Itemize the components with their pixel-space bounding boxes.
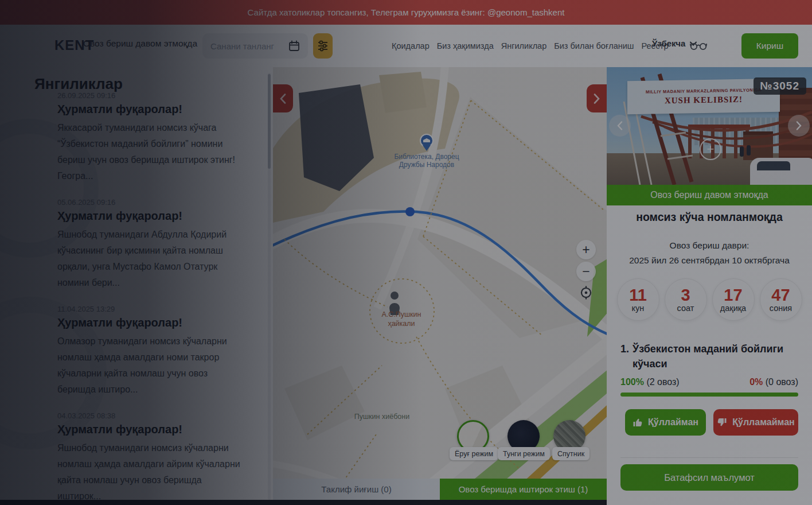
photo-prev-arrow[interactable] xyxy=(609,115,631,137)
map-marker-dot[interactable] xyxy=(405,207,415,216)
news-title: Ҳурматли фуқаролар! xyxy=(57,316,248,329)
details-button[interactable]: Батафсил маълумот xyxy=(620,464,798,491)
news-date: 26.09.2025 09:16 xyxy=(57,91,248,100)
countdown-seconds-unit: сония xyxy=(770,304,792,313)
news-list: 26.09.2025 09:16 Ҳурматли фуқаролар! Якк… xyxy=(57,91,248,500)
photo-next-arrow[interactable] xyxy=(788,115,810,137)
alert-banner-text: Сайтда хатоликлар топсангиз, Телеграм гу… xyxy=(248,7,565,17)
date-picker-input[interactable]: Санани танланг xyxy=(202,33,308,59)
zoom-out-button[interactable]: − xyxy=(576,262,596,281)
news-list-item[interactable]: 04.03.2025 08:38 Ҳурматли фуқаролар! Яшн… xyxy=(57,411,248,500)
countdown-hours: 3 соат xyxy=(665,278,707,321)
chevron-right-icon xyxy=(796,121,802,130)
thumb-up-icon xyxy=(633,417,643,428)
nav-contact[interactable]: Биз билан боғланиш xyxy=(554,41,634,50)
voting-period-label: Овоз бериш даври: xyxy=(607,240,812,251)
yes-result: 100% (2 овоз) xyxy=(620,377,680,387)
map-label-library: Библиотека, Дворец xyxy=(394,153,459,161)
countdown-minutes: 17 дақиқа xyxy=(712,278,755,321)
map-label-library: Дружбы Народов xyxy=(399,161,454,169)
chevron-right-icon xyxy=(594,94,600,104)
alert-banner: Сайтда хатоликлар топсангиз, Телеграм гу… xyxy=(0,0,812,25)
news-excerpt: Яшнобод туманидаги номсиз кўчаларни номл… xyxy=(57,440,248,500)
sliders-icon xyxy=(317,40,329,52)
countdown-seconds: 47 сония xyxy=(760,278,802,321)
main-nav: Қоидалар Биз ҳақимизда Янгиликлар Биз би… xyxy=(392,25,669,67)
countdown-minutes-unit: дақиқа xyxy=(720,304,746,313)
yes-percent: 100% xyxy=(620,377,644,387)
photo-car-windshield xyxy=(757,161,790,170)
question-title: Ўзбекистон маданий бойлиги кўчаси xyxy=(633,341,798,371)
photo-banner-line1: MILLIY MADANIY MARKAZLARNING PAVILYONIGA xyxy=(646,87,762,95)
question-number: 1. xyxy=(620,341,629,371)
status-filter-label: Овоз бериш давом этмоқда xyxy=(83,38,197,49)
next-object-arrow[interactable] xyxy=(587,84,607,112)
date-picker-placeholder: Санани танланг xyxy=(210,41,274,51)
news-list-item[interactable]: 11.04.2025 13:29 Ҳурматли фуқаролар! Олм… xyxy=(57,305,248,398)
login-button[interactable]: Кириш xyxy=(741,33,798,59)
countdown-days-unit: кун xyxy=(632,304,645,313)
map-label-statue: ҳайкали xyxy=(388,320,415,328)
bottom-tabs: Таклиф йиғиш (0) Овоз беришда иштирок эт… xyxy=(273,479,607,500)
prev-object-arrow[interactable] xyxy=(273,84,293,112)
voting-period-value: 2025 йил 26 сентябрдан 10 октябргача xyxy=(607,255,812,266)
page: Сайтда хатоликлар топсангиз, Телеграм гу… xyxy=(0,0,812,505)
countdown-hours-unit: соат xyxy=(677,304,694,313)
map-mode-satellite-label[interactable]: Спутник xyxy=(552,447,590,460)
divider xyxy=(620,457,798,458)
news-list-item[interactable]: 05.06.2025 09:16 Ҳурматли фуқаролар! Яшн… xyxy=(57,198,248,291)
reject-button[interactable]: Қўлламайман xyxy=(713,409,798,436)
street-photo[interactable]: MILLIY MADANIY MARKAZLARNING PAVILYONIGA… xyxy=(607,67,812,185)
news-excerpt: Олмазор туманидаги номсиз кўчаларни номл… xyxy=(57,333,248,398)
map-label-park: Пушкин хиёбони xyxy=(354,413,409,421)
tab-proposals[interactable]: Таклиф йиғиш (0) xyxy=(273,479,440,500)
tab-voting[interactable]: Овоз беришда иштирок этиш (1) xyxy=(440,479,607,500)
countdown-minutes-value: 17 xyxy=(724,286,742,304)
news-sidebar-title: Янгиликлар xyxy=(34,75,123,93)
chevron-left-icon xyxy=(280,94,286,104)
nav-rules[interactable]: Қоидалар xyxy=(392,41,430,50)
no-percent: 0% xyxy=(749,377,763,387)
news-title: Ҳурматли фуқаролар! xyxy=(57,423,248,436)
countdown-hours-value: 3 xyxy=(681,286,690,304)
status-filter-dropdown[interactable]: Овоз бериш давом этмоқда xyxy=(83,38,211,49)
approve-button[interactable]: Қўллайман xyxy=(625,409,706,436)
map-mode-light-label[interactable]: Ёруғ режим xyxy=(450,447,498,460)
voting-panel: MILLIY MADANIY MARKAZLARNING PAVILYONIGA… xyxy=(607,67,812,505)
zoom-photo-icon[interactable]: + xyxy=(700,138,721,160)
approve-button-label: Қўллайман xyxy=(648,417,698,428)
news-excerpt: Яшнобод туманидаги Абдулла Қодирий кўчас… xyxy=(57,227,248,291)
photo-banner-line2: XUSH KELIBSIZ! xyxy=(665,94,743,105)
countdown-days: 11 кун xyxy=(617,278,659,321)
photo-person xyxy=(740,146,744,157)
geolocation-button[interactable] xyxy=(576,283,596,302)
nav-news[interactable]: Янгиликлар xyxy=(501,41,547,50)
zoom-in-button[interactable]: + xyxy=(576,240,596,259)
map-area[interactable]: Библиотека, Дворец Дружбы Народов А.С.Пу… xyxy=(273,67,607,500)
chevron-left-icon xyxy=(617,121,623,130)
news-excerpt: Яккасарой туманидаги номсиз кўчага “Ўзбе… xyxy=(57,120,248,184)
map-label-statue: А.С.Пушкин xyxy=(382,310,421,318)
accessibility-glasses-icon[interactable] xyxy=(690,41,707,53)
news-sidebar: Янгиликлар 26.09.2025 09:16 Ҳурматли фуқ… xyxy=(0,67,273,500)
vote-progress-bar xyxy=(620,393,798,397)
news-date: 11.04.2025 13:29 xyxy=(57,305,248,313)
map-mode-dark-label[interactable]: Тунги режим xyxy=(498,447,550,460)
object-title: номсиз кўча номланмоқда xyxy=(607,211,812,224)
calendar-icon xyxy=(288,40,300,52)
news-title: Ҳурматли фуқаролар! xyxy=(57,209,248,223)
thumb-down-icon xyxy=(717,417,727,428)
news-title: Ҳурматли фуқаролар! xyxy=(57,103,248,116)
nav-about[interactable]: Биз ҳақимизда xyxy=(437,41,494,50)
voting-status-banner: Овоз бериш давом этмоқда xyxy=(607,185,812,205)
news-date: 04.03.2025 08:38 xyxy=(57,411,248,420)
filters-button[interactable] xyxy=(313,33,333,59)
voting-status-text: Овоз бериш давом этмоқда xyxy=(650,190,768,200)
news-list-item[interactable]: 26.09.2025 09:16 Ҳурматли фуқаролар! Якк… xyxy=(57,91,248,184)
yes-votes: (2 овоз) xyxy=(646,377,679,387)
countdown-days-value: 11 xyxy=(629,286,647,304)
news-date: 05.06.2025 09:16 xyxy=(57,198,248,207)
question: 1. Ўзбекистон маданий бойлиги кўчаси xyxy=(620,341,798,371)
sidebar-scrollbar-thumb[interactable] xyxy=(268,74,271,169)
vote-results: 100% (2 овоз) 0% (0 овоз) xyxy=(620,377,798,387)
